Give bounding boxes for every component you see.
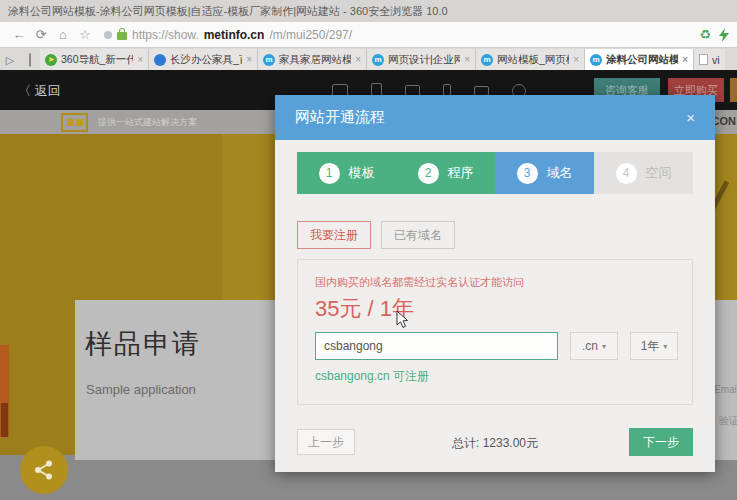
address-bar-actions: ♻ [699,27,729,42]
step-domain[interactable]: 3 域名 [495,152,594,194]
tab-close-icon[interactable]: × [573,54,579,65]
chevron-down-icon: ▾ [602,342,606,351]
address-bar: ← ⟳ ⌂ ☆ https://show.metinfo.cn/m/mui250… [0,22,737,48]
home-icon[interactable]: ⌂ [52,23,74,47]
modal-footer: 上一步 总计: 1233.00元 下一步 [297,428,693,456]
site-activation-modal: 网站开通流程 × 1 模板 2 程序 3 域名 4 空间 我要注册 已有域名 [275,95,715,472]
share-button[interactable] [20,446,68,494]
duration-select[interactable]: 1年 ▾ [630,332,678,360]
tab-close-icon[interactable]: × [355,54,361,65]
tab-site-template[interactable]: m 网站模板_网页模 × [476,49,585,70]
back-icon[interactable]: ← [8,23,30,47]
url-domain: metinfo.cn [204,28,265,42]
tab-list-icon[interactable]: ▷ [0,50,20,70]
tab-bar: ▷ ➤ 360导航_新一代 × 长沙办公家具_百 × m 家具家居网站模板 × … [0,48,737,70]
tab-paint-company-active[interactable]: m 涂料公司网站模板 × [585,49,694,70]
tab-close-icon[interactable]: × [137,54,143,65]
360-logo-icon: ➤ [45,54,57,66]
back-button[interactable]: 〈 返回 [18,82,61,100]
tab-register-domain[interactable]: 我要注册 [297,221,371,249]
mobile-sync-icon[interactable] [20,50,40,70]
window-titlebar: 涂料公司网站模板-涂料公司网页模板|自适应-模板厂家制作|网站建站 - 360安… [0,0,737,22]
domain-input-row: .cn ▾ 1年 ▾ [315,332,678,360]
refresh-icon[interactable]: ⟳ [30,23,52,47]
site-logo [61,113,88,132]
site-info-icon[interactable] [104,31,112,39]
edge-button-sliver [730,78,737,102]
metinfo-logo-icon: m [481,54,493,66]
ad-block-icon[interactable]: ♻ [699,27,711,42]
domain-register-panel: 国内购买的域名都需经过实名认证才能访问 35元 / 1年 .cn ▾ 1年 ▾ … [297,259,693,405]
window-title: 涂料公司网站模板-涂料公司网页模板|自适应-模板厂家制作|网站建站 - 360安… [8,5,448,17]
domain-mode-tabs: 我要注册 已有域名 [297,221,693,249]
modal-title: 网站开通流程 [295,108,385,127]
url-field[interactable]: https://show.metinfo.cn/m/mui250/297/ [96,28,691,42]
tab-webdesign[interactable]: m 网页设计|企业网 × [367,49,476,70]
tab-close-icon[interactable]: × [682,54,688,65]
paint-roller-image [0,345,9,437]
tab-close-icon[interactable]: × [464,54,470,65]
tab-own-domain[interactable]: 已有域名 [381,221,455,249]
email-field-fragment: Email [714,384,737,395]
domain-name-input[interactable] [315,332,558,360]
tab-office-furniture[interactable]: 长沙办公家具_百 × [149,49,258,70]
step-progress-bar: 1 模板 2 程序 3 域名 4 空间 [297,152,693,194]
metinfo-logo-icon: m [263,54,275,66]
close-icon[interactable]: × [686,110,695,125]
tld-select[interactable]: .cn ▾ [570,332,618,360]
phone-icon [29,53,31,67]
mouse-cursor [396,310,409,329]
section-title: 样品申请 [85,326,201,362]
site-tagline: 提供一站式建站解决方案 [98,116,197,129]
tab-furniture-template[interactable]: m 家具家居网站模板 × [258,49,367,70]
step-space[interactable]: 4 空间 [594,152,693,194]
realname-notice: 国内购买的域名都需经过实名认证才能访问 [315,275,524,290]
tab-view-partial[interactable]: vie [694,49,725,70]
https-lock-icon [117,32,127,40]
domain-availability-text: csbangong.cn 可注册 [315,368,429,385]
order-total-value: 1233.00元 [483,436,538,450]
modal-header: 网站开通流程 × [275,95,715,140]
contact-text-fragment: CON [712,115,736,127]
verify-field-fragment: 验证 [719,414,737,428]
chevron-down-icon: ▾ [663,342,667,351]
next-step-button[interactable]: 下一步 [629,428,693,456]
tab-360-nav[interactable]: ➤ 360导航_新一代 × [40,49,149,70]
url-prefix: https://show. [132,28,199,42]
tablet-landscape-preview-icon[interactable] [474,86,489,96]
share-icon [33,459,55,481]
page-content: 〈 返回 咨询客服 立即购买 提供一站式建站解决方案 CON 样品申请 Samp… [0,70,737,500]
step-template[interactable]: 1 模板 [297,152,396,194]
tab-close-icon[interactable]: × [246,54,252,65]
baidu-logo-icon [154,54,166,66]
metinfo-logo-icon: m [590,54,602,66]
document-icon [699,54,708,65]
url-path: /m/mui250/297/ [269,28,352,42]
section-subtitle: Sample application [86,382,196,397]
bookmark-star-icon[interactable]: ☆ [74,23,96,47]
metinfo-logo-icon: m [372,54,384,66]
step-program[interactable]: 2 程序 [396,152,495,194]
speed-lightning-icon[interactable] [719,28,729,42]
